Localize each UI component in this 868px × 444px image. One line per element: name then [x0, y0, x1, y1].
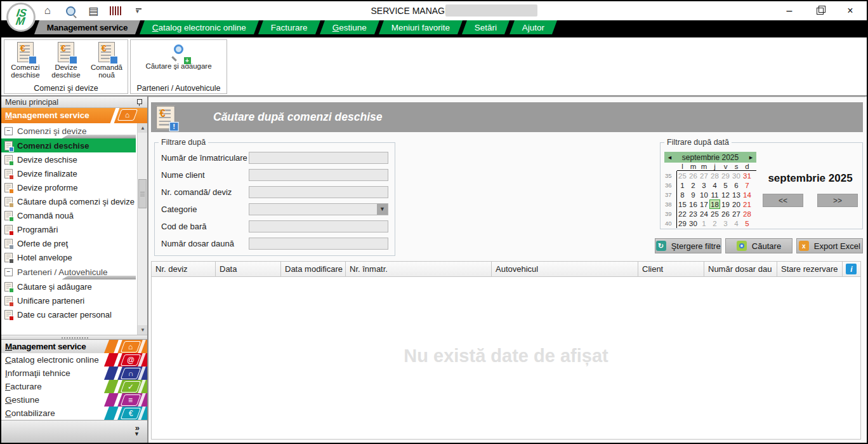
- calendar-day[interactable]: 16: [688, 199, 699, 209]
- chevron-down-icon[interactable]: ▼: [134, 431, 140, 437]
- calendar-day[interactable]: 29: [720, 171, 731, 180]
- table-search-icon[interactable]: ▤: [86, 4, 100, 17]
- barcode-icon[interactable]: [109, 4, 123, 17]
- calendar-day[interactable]: 27: [699, 171, 709, 180]
- calendar-day[interactable]: 30: [688, 219, 699, 228]
- next-month-button[interactable]: >>: [817, 194, 858, 207]
- sidebar-item[interactable]: Devize finalizate: [1, 166, 136, 180]
- action-button[interactable]: Ştergere filtre: [655, 238, 721, 253]
- minimize-button[interactable]: –: [777, 3, 802, 19]
- calendar-day[interactable]: 26: [688, 171, 699, 180]
- calendar-day[interactable]: 4: [709, 180, 720, 190]
- calendar-day[interactable]: 2: [688, 180, 699, 190]
- filter-field-input[interactable]: [249, 152, 388, 164]
- bottom-menu-item[interactable]: Management service ⌂: [1, 340, 147, 353]
- calendar-day[interactable]: 11: [709, 190, 720, 199]
- bottom-menu-item[interactable]: Contabilizare €: [1, 407, 147, 420]
- calendar-day[interactable]: 1: [699, 219, 709, 228]
- filter-field-input[interactable]: [249, 186, 388, 198]
- bottom-menu-item[interactable]: Facturare ✓: [1, 380, 147, 393]
- sidebar-item[interactable]: Devize proforme: [1, 180, 136, 194]
- calendar-day[interactable]: 10: [699, 190, 709, 199]
- collapse-icon[interactable]: [4, 127, 13, 135]
- calendar-day[interactable]: 25: [677, 171, 688, 180]
- calendar-day[interactable]: 21: [742, 199, 753, 209]
- scroll-up-icon[interactable]: ▲: [138, 123, 147, 133]
- column-header[interactable]: Client: [638, 262, 704, 276]
- filter-field-input[interactable]: [249, 169, 388, 181]
- column-header[interactable]: Nr. înmatr.: [346, 262, 492, 276]
- toolbar-options-icon[interactable]: [132, 4, 146, 17]
- calendar-day[interactable]: 7: [742, 180, 753, 190]
- sidebar-item[interactable]: Hotel anvelope: [1, 250, 136, 264]
- prev-month-button[interactable]: <<: [763, 194, 803, 207]
- calendar-day[interactable]: 8: [677, 190, 688, 199]
- sidebar-item[interactable]: Devize deschise: [1, 152, 136, 166]
- info-icon[interactable]: i: [846, 264, 857, 274]
- calendar-day[interactable]: 18: [709, 199, 720, 209]
- tab[interactable]: Catalog electronic online: [140, 20, 259, 34]
- tab[interactable]: Management service: [34, 20, 140, 34]
- calendar-day[interactable]: 3: [699, 180, 709, 190]
- ribbon-button[interactable]: € Comenzi deschise: [6, 42, 45, 84]
- calendar-day[interactable]: 5: [720, 180, 731, 190]
- ribbon-button[interactable]: + Căutare şi adăugare: [141, 42, 217, 84]
- sidebar-item[interactable]: Comenzi deschise: [1, 138, 136, 152]
- calendar-day[interactable]: 24: [699, 209, 709, 219]
- calendar-day[interactable]: 17: [699, 199, 709, 209]
- filter-field-input[interactable]: [249, 238, 388, 250]
- calendar-day[interactable]: 23: [688, 209, 699, 219]
- tab[interactable]: Gestiune: [320, 20, 379, 34]
- sidebar-item[interactable]: Unificare parteneri: [1, 293, 136, 307]
- column-header[interactable]: Număr dosar dau: [704, 262, 777, 276]
- bottom-menu-item[interactable]: Catalog electronic online @: [1, 353, 147, 367]
- search-icon[interactable]: [63, 4, 77, 17]
- collapse-icon[interactable]: [4, 268, 13, 276]
- action-button[interactable]: Export Excel: [796, 238, 863, 253]
- calendar-day[interactable]: 14: [742, 190, 753, 199]
- calendar-day[interactable]: 19: [720, 199, 731, 209]
- calendar-day[interactable]: 1: [677, 180, 688, 190]
- calendar-day[interactable]: 29: [677, 219, 688, 228]
- tab[interactable]: Setări: [462, 20, 510, 34]
- calendar-day[interactable]: 4: [731, 219, 742, 228]
- scrollbar-thumb[interactable]: [138, 179, 147, 208]
- calendar-day[interactable]: 12: [720, 190, 731, 199]
- sidebar-item[interactable]: Căutare şi adăugare: [1, 279, 136, 293]
- ribbon-button[interactable]: € Devize deschise: [46, 42, 86, 84]
- column-header[interactable]: Stare rezervare: [777, 262, 843, 276]
- calendar-prev-icon[interactable]: ◄: [667, 154, 673, 161]
- calendar-day[interactable]: 5: [742, 219, 753, 228]
- sidebar-item[interactable]: Comandă nouă: [1, 208, 136, 222]
- restore-button[interactable]: [807, 3, 832, 19]
- calendar-day[interactable]: 13: [731, 190, 742, 199]
- column-header[interactable]: Data modificare: [281, 262, 346, 276]
- sidebar-item[interactable]: Oferte de preţ: [1, 236, 136, 250]
- bottom-menu-item[interactable]: Informaţii tehnice ∩: [1, 367, 147, 380]
- calendar-day[interactable]: 27: [731, 209, 742, 219]
- column-header[interactable]: Data: [216, 262, 281, 276]
- filter-field-input[interactable]: [249, 220, 388, 232]
- calendar-day[interactable]: 6: [731, 180, 742, 190]
- calendar-day[interactable]: 30: [731, 171, 742, 180]
- calendar-day[interactable]: 2: [709, 219, 720, 228]
- calendar-day[interactable]: 28: [742, 209, 753, 219]
- calendar-day[interactable]: 26: [720, 209, 731, 219]
- sidebar-group-parteneri[interactable]: Parteneri / Autovehicule: [1, 264, 136, 279]
- calendar-day[interactable]: 22: [677, 209, 688, 219]
- sidebar-item[interactable]: Programări: [1, 222, 136, 236]
- sidebar-item[interactable]: Date cu caracter personal: [1, 307, 136, 321]
- calendar-day[interactable]: 25: [709, 209, 720, 219]
- close-button[interactable]: ×: [838, 3, 863, 19]
- sidebar-section-header[interactable]: Management service ⌂: [1, 108, 147, 123]
- sidebar-item[interactable]: Căutare după comenzi şi devize: [1, 194, 136, 208]
- scroll-down-icon[interactable]: ▼: [138, 325, 147, 335]
- calendar-day[interactable]: 9: [688, 190, 699, 199]
- filter-field-input[interactable]: [249, 203, 388, 215]
- tab[interactable]: Ajutor: [510, 20, 557, 34]
- home-icon[interactable]: ⌂: [41, 4, 55, 17]
- calendar-day[interactable]: 20: [731, 199, 742, 209]
- tab[interactable]: Facturare: [258, 20, 320, 34]
- sidebar-group-comenzi[interactable]: Comenzi şi devize: [1, 123, 136, 138]
- calendar-next-icon[interactable]: ►: [748, 154, 754, 161]
